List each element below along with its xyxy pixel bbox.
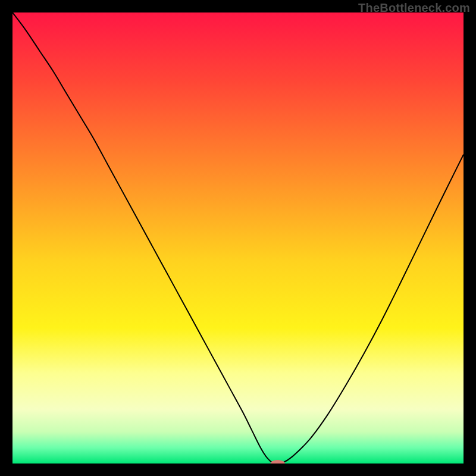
bottleneck-chart [12, 12, 464, 464]
watermark-text: TheBottleneck.com [358, 1, 470, 15]
plot-area [12, 12, 464, 464]
chart-frame: TheBottleneck.com [0, 0, 476, 476]
gradient-background [12, 12, 464, 464]
